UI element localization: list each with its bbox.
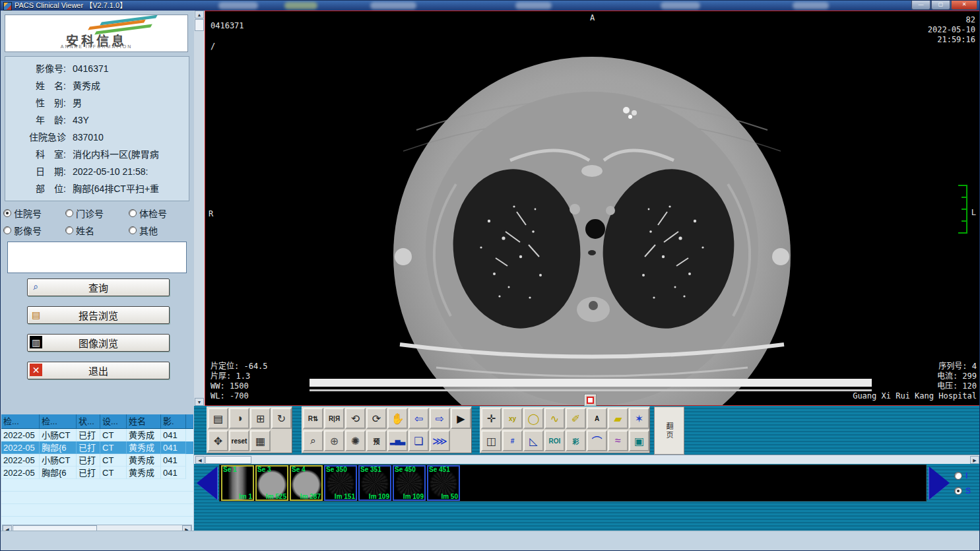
- study-row[interactable]: 2022-05小肠CT已打CT黄秀成041: [1, 454, 193, 467]
- head-profile-icon[interactable]: ◑: [229, 408, 249, 429]
- radio-icon[interactable]: [954, 472, 962, 480]
- series-thumbnail[interactable]: Se 351Im 109: [358, 465, 391, 501]
- query-button[interactable]: ⌕查询: [27, 278, 170, 296]
- study-col-header[interactable]: 状...: [77, 414, 100, 428]
- ct-image-viewport[interactable]: 0416371 / A R L 822022-05-1021:59:16 片定位…: [205, 11, 980, 406]
- batch-arrows-icon[interactable]: ⋙: [430, 430, 450, 451]
- filmstrip-next-icon[interactable]: [929, 467, 950, 500]
- grid-icon[interactable]: #: [502, 430, 523, 451]
- orientation-anterior: A: [590, 13, 595, 23]
- radio-icon[interactable]: [3, 226, 11, 234]
- minimize-button[interactable]: —: [911, 1, 931, 10]
- search-option-其他[interactable]: 其他: [129, 224, 192, 237]
- preview-button[interactable]: 预: [366, 430, 387, 451]
- filmstrip-prev-icon[interactable]: [197, 467, 217, 500]
- coordinate-xy-icon[interactable]: xy: [502, 408, 523, 429]
- study-row[interactable]: 2022-05胸部{6已打CT黄秀成041: [1, 441, 193, 454]
- probe-icon[interactable]: ✐: [566, 408, 586, 429]
- bottom-strip: [1, 531, 980, 551]
- freehand-roi-icon[interactable]: ∿: [544, 408, 565, 429]
- magnifier-icon[interactable]: ⌕: [303, 430, 323, 451]
- scroll-thumb[interactable]: [205, 456, 251, 464]
- study-row[interactable]: 2022-05胸部{6已打CT黄秀成041: [1, 467, 193, 479]
- radio-icon[interactable]: [65, 226, 73, 234]
- scroll-left-icon[interactable]: ◀: [195, 456, 205, 464]
- flip-horizontal-icon[interactable]: R|Я: [324, 408, 344, 429]
- study-col-header[interactable]: 影.: [161, 414, 186, 428]
- radio-icon[interactable]: [65, 209, 73, 217]
- patient-field: 日 期:2022-05-10 21:58:: [5, 163, 189, 180]
- scroll-up-icon[interactable]: ▲: [195, 11, 204, 18]
- ellipse-roi-icon[interactable]: ◯: [523, 408, 544, 429]
- curve-lut-icon[interactable]: ⌒: [587, 430, 607, 451]
- rotate-head-icon[interactable]: ↻: [271, 408, 292, 429]
- search-option-影像号[interactable]: 影像号: [3, 224, 65, 237]
- search-option-姓名[interactable]: 姓名: [65, 224, 129, 237]
- reset-button[interactable]: reset: [229, 430, 249, 451]
- page-flip-button[interactable]: 翻页: [654, 406, 684, 455]
- pseudocolor-button[interactable]: 彩: [566, 430, 586, 451]
- toolbar-hscrollbar[interactable]: ◀ ▶: [194, 455, 980, 464]
- search-option-体检号[interactable]: 体检号: [129, 207, 192, 220]
- maximize-button[interactable]: ▢: [931, 1, 950, 10]
- study-cell: 041: [161, 429, 186, 441]
- pan-head-icon[interactable]: ✥: [208, 430, 228, 451]
- sort-radio-S[interactable]: S: [954, 483, 971, 498]
- angle-star-icon[interactable]: ✶: [629, 408, 649, 429]
- search-option-住院号[interactable]: 住院号: [3, 207, 65, 220]
- window-level-icon[interactable]: ▤: [208, 408, 228, 429]
- localizer-icon[interactable]: ◫: [481, 430, 502, 451]
- batch-arrows-icon: ⋙: [432, 435, 447, 447]
- radio-icon[interactable]: [129, 226, 137, 234]
- radio-icon[interactable]: [129, 209, 137, 217]
- study-row[interactable]: 2022-05小肠CT已打CT黄秀成041: [1, 429, 193, 441]
- study-col-header[interactable]: 检...: [40, 414, 77, 428]
- overlay-line: 21:59:16: [928, 35, 975, 45]
- sort-radio-I[interactable]: I: [954, 468, 971, 483]
- study-col-header[interactable]: 姓名: [127, 414, 161, 428]
- series-thumbnail[interactable]: Se 3Im 525: [255, 465, 288, 501]
- rotate-left-icon[interactable]: ⟲: [345, 408, 366, 429]
- histogram-icon[interactable]: ▂▅▃: [387, 430, 408, 451]
- search-query-input[interactable]: [7, 242, 187, 273]
- tile-images-icon[interactable]: ⊞: [250, 408, 271, 429]
- radio-icon[interactable]: [3, 209, 11, 217]
- image-browse-button[interactable]: ▥图像浏览: [27, 334, 170, 352]
- layout-grid-icon[interactable]: ▦: [250, 430, 271, 451]
- close-button[interactable]: ✕: [951, 1, 977, 10]
- ruler-icon[interactable]: ▰: [608, 408, 628, 429]
- profile-line-icon[interactable]: ◺: [523, 430, 544, 451]
- zoom-roam-icon[interactable]: ⊕: [324, 430, 344, 451]
- roi-button[interactable]: ROI: [544, 430, 565, 451]
- series-thumbnail[interactable]: Se 350Im 151: [324, 465, 357, 501]
- slice-slider-handle[interactable]: [584, 394, 597, 406]
- brightness-icon[interactable]: ✺: [345, 430, 366, 451]
- search-option-门诊号[interactable]: 门诊号: [65, 207, 129, 220]
- next-image-icon[interactable]: ⇨: [430, 408, 450, 429]
- scroll-thumb[interactable]: [195, 19, 204, 31]
- cine-play-icon[interactable]: ▶: [451, 408, 471, 429]
- prev-image-icon[interactable]: ⇦: [408, 408, 429, 429]
- series-thumbnail[interactable]: Se 451Im 50: [427, 465, 460, 501]
- rotate-right-icon[interactable]: ⟳: [366, 408, 387, 429]
- flip-vertical-icon[interactable]: R⇅: [303, 408, 323, 429]
- copy-image-icon[interactable]: ❏: [408, 430, 429, 451]
- study-cell: 胸部{6: [40, 467, 77, 479]
- study-col-header[interactable]: 设...: [100, 414, 127, 428]
- hand-pan-icon[interactable]: ✋: [387, 408, 408, 429]
- crosshair-icon[interactable]: ✛: [481, 408, 502, 429]
- lock-icon[interactable]: ▣: [629, 430, 649, 451]
- scroll-down-icon[interactable]: ▼: [195, 398, 204, 406]
- study-col-header[interactable]: 检...: [1, 414, 40, 428]
- scroll-right-icon[interactable]: ▶: [970, 456, 979, 464]
- report-browse-button[interactable]: ▤报告浏览: [27, 306, 170, 324]
- exit-button[interactable]: ✕退出: [27, 362, 170, 379]
- spline-icon[interactable]: ≈: [608, 430, 628, 451]
- series-thumbnail[interactable]: Se 4Im 287: [290, 465, 323, 501]
- viewer-vscrollbar[interactable]: ▲ ▼: [194, 11, 205, 406]
- series-thumbnail[interactable]: Se 1Im 1: [221, 465, 254, 501]
- series-thumbnail[interactable]: Se 450Im 109: [393, 465, 426, 501]
- study-list: 检...检...状...设...姓名影. 2022-05小肠CT已打CT黄秀成0…: [1, 414, 193, 535]
- text-annotation-icon[interactable]: A: [587, 408, 607, 429]
- radio-icon[interactable]: [954, 487, 962, 495]
